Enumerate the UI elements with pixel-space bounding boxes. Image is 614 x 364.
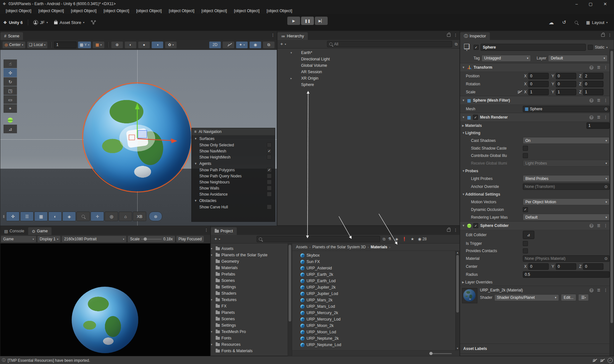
- static-checkbox[interactable]: [588, 45, 593, 50]
- asset-store-dropdown[interactable]: Asset Store▾: [51, 18, 87, 27]
- material-asset-row[interactable]: URP_Asteroid: [292, 265, 459, 271]
- ai-navigation-header[interactable]: ≡ AI Navigation: [192, 128, 275, 135]
- foldout-icon[interactable]: ▼: [462, 131, 465, 135]
- light-probes-dropdown[interactable]: Blend Probes: [523, 175, 610, 182]
- nav-option-row[interactable]: Show Only Selected: [192, 142, 275, 148]
- mesh-object-field[interactable]: ▦ Sphere ⊙: [523, 106, 610, 112]
- hierarchy-item[interactable]: ◉ ☛ ▸ XR Origin: [277, 75, 459, 81]
- material-asset-row[interactable]: URP_Neptune_2k: [292, 335, 459, 342]
- scene-viewport[interactable]: ☝ ✜ ↻ ◳ ▭ ⌖ ⊿ ‖ ✜ ☰ ▦ ◐ ◈ ✛ ◎ ⌂ XB ⊛ ≡ A…: [0, 50, 277, 226]
- material-asset-row[interactable]: URP_Earth_2k: [292, 271, 459, 278]
- visibility-count[interactable]: ◉ 28: [418, 237, 427, 241]
- scroll-down-icon[interactable]: ▼: [456, 347, 459, 350]
- scale-tool[interactable]: ◳: [4, 86, 17, 95]
- position-x-field[interactable]: 0: [528, 73, 549, 79]
- menu-item[interactable]: [object Object]: [3, 8, 35, 14]
- add-asset-button[interactable]: ＋▾: [213, 236, 220, 242]
- folder-row[interactable]: ▾ Textures: [211, 297, 288, 303]
- scale-z-field[interactable]: 1: [583, 89, 603, 95]
- tab-project[interactable]: Project: [211, 227, 237, 235]
- presets-icon[interactable]: [597, 288, 600, 292]
- object-picker-icon[interactable]: ⊙: [604, 184, 608, 189]
- rotation-x-field[interactable]: 0: [528, 81, 549, 87]
- scrollbar-thumb[interactable]: [289, 245, 291, 321]
- tab-console[interactable]: ▤ Console: [0, 227, 28, 235]
- material-asset-row[interactable]: URP_Mercury_Lod: [292, 316, 459, 322]
- layout-dropdown[interactable]: ▦ Layout▾: [586, 20, 608, 25]
- game-viewport[interactable]: [0, 244, 210, 356]
- nav-section-header[interactable]: ▼ Surfaces: [192, 135, 275, 142]
- presets-icon[interactable]: [597, 223, 600, 228]
- sphere-collider-header[interactable]: ▼ Sphere Collider ?: [460, 221, 610, 230]
- mode-2d-button[interactable]: 2D: [209, 41, 221, 49]
- shading-wireframe-button[interactable]: ⊕: [111, 41, 123, 49]
- foldout-icon[interactable]: ▼: [462, 224, 465, 227]
- building-overlay-button[interactable]: ⌂: [119, 212, 132, 221]
- material-asset-row[interactable]: URP_Neptune_Lod: [292, 342, 459, 348]
- nav-option-row[interactable]: Show Walls: [192, 185, 275, 191]
- grid-snap-button[interactable]: ▦: [34, 212, 48, 221]
- rotate-tool[interactable]: ↻: [4, 77, 17, 86]
- edit-collider-button[interactable]: ⊿: [523, 231, 534, 239]
- tab-scene[interactable]: # Scene: [0, 32, 23, 40]
- rotation-y-field[interactable]: 0: [556, 81, 576, 87]
- material-asset-row[interactable]: Skybox: [292, 252, 459, 259]
- layer-dropdown[interactable]: Default: [548, 55, 608, 62]
- slider-knob[interactable]: [429, 352, 433, 355]
- orientation-dropdown[interactable]: ❑ Local▾: [27, 41, 48, 49]
- nav-option-checkbox[interactable]: [267, 180, 272, 184]
- material-options-button[interactable]: ☰ ▾: [578, 294, 589, 301]
- presets-icon[interactable]: [597, 65, 600, 70]
- rendering-layer-dropdown[interactable]: Default: [523, 214, 610, 221]
- folder-row[interactable]: Geometry: [211, 258, 288, 265]
- menu-item[interactable]: [object Object]: [263, 8, 295, 14]
- snap-settings-button[interactable]: ▦▾: [92, 41, 105, 49]
- folder-row[interactable]: ▾ Resources: [211, 341, 288, 348]
- version-control-button[interactable]: [88, 18, 99, 27]
- search-by-type-icon[interactable]: ⚗: [388, 237, 392, 241]
- folder-row[interactable]: Settings: [211, 322, 288, 329]
- folder-row[interactable]: Shaders: [211, 290, 288, 297]
- active-checkbox[interactable]: [474, 45, 479, 50]
- material-asset-row[interactable]: URP_Mercury_2k: [292, 310, 459, 316]
- foldout-icon[interactable]: ▼: [462, 99, 465, 102]
- drag-handle[interactable]: ‖: [3, 214, 4, 219]
- shading-mode-button[interactable]: ◑: [151, 41, 163, 49]
- help-icon[interactable]: ?: [589, 66, 594, 70]
- debug-draw-button[interactable]: ✿▾: [165, 41, 177, 49]
- material-asset-row[interactable]: URP_Moon_2k: [292, 322, 459, 329]
- mesh-filter-header[interactable]: ▼ ▦ Sphere (Mesh Filter) ?: [460, 96, 610, 105]
- project-search-input[interactable]: [257, 236, 380, 242]
- scrollbar-thumb[interactable]: [610, 51, 613, 323]
- nav-option-row[interactable]: Show NavMesh: [192, 148, 275, 154]
- folder-row[interactable]: FX: [211, 303, 288, 309]
- hierarchy-item[interactable]: ◉ ☛ ▾ Earth*: [277, 50, 459, 56]
- nav-option-checkbox[interactable]: [267, 174, 272, 178]
- hierarchy-item[interactable]: ◉ ☛ Directional Light: [277, 56, 459, 62]
- transform-tool[interactable]: ⌖: [4, 104, 17, 113]
- close-button[interactable]: ✕: [603, 2, 607, 6]
- hand-tool[interactable]: ☝: [4, 59, 17, 68]
- display-dropdown[interactable]: Display 1▾: [37, 236, 60, 242]
- contribute-gi-checkbox[interactable]: [523, 153, 528, 158]
- rect-tool[interactable]: ▭: [4, 95, 17, 104]
- nav-option-checkbox[interactable]: [267, 155, 272, 159]
- move-overlay-button[interactable]: ✜: [6, 212, 20, 221]
- visibility-button[interactable]: ◉: [249, 41, 261, 49]
- position-y-field[interactable]: 0: [556, 73, 576, 79]
- scale-slider[interactable]: [141, 239, 162, 240]
- name-field[interactable]: Sphere: [481, 44, 586, 51]
- help-icon[interactable]: ?: [589, 115, 594, 120]
- nav-option-row[interactable]: Show Path Query Nodes: [192, 173, 275, 179]
- hierarchy-item[interactable]: ◉ ☛ Sphere: [277, 81, 459, 88]
- view-mode-dropdown[interactable]: Game▾: [1, 236, 36, 242]
- hierarchy-search-input[interactable]: All: [327, 41, 452, 47]
- breadcrumb-item[interactable]: Assets: [296, 245, 307, 249]
- history-icon[interactable]: ↺: [562, 19, 566, 25]
- add-gameobject-button[interactable]: ＋▾: [279, 41, 286, 47]
- nav-option-row[interactable]: Show Path Polygons: [192, 167, 275, 173]
- is-trigger-checkbox[interactable]: [523, 241, 528, 246]
- layers-muted-icon[interactable]: ⧉: [600, 358, 603, 363]
- radius-field[interactable]: 0.5: [523, 271, 610, 278]
- menu-item[interactable]: [object Object]: [68, 8, 100, 14]
